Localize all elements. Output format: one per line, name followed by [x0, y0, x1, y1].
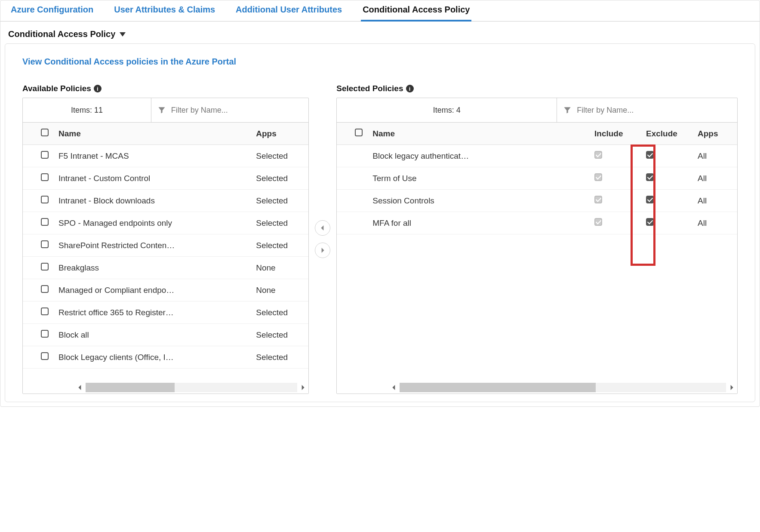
- row-name: Intranet - Block downloads: [55, 190, 252, 212]
- table-row[interactable]: Term of UseAll: [337, 167, 737, 190]
- include-checkbox[interactable]: [594, 218, 602, 226]
- row-apps: Selected: [252, 301, 308, 324]
- tab-conditional-access-policy[interactable]: Conditional Access Policy: [361, 0, 471, 22]
- row-checkbox[interactable]: [41, 330, 49, 338]
- table-row[interactable]: Session ControlsAll: [337, 190, 737, 212]
- filter-icon: [157, 105, 166, 115]
- row-checkbox[interactable]: [41, 196, 49, 203]
- view-in-azure-portal-link[interactable]: View Conditional Access policies in the …: [22, 57, 236, 66]
- available-filter-input[interactable]: [171, 106, 302, 115]
- row-name: Block all: [55, 324, 252, 346]
- row-apps: None: [252, 279, 308, 301]
- available-scroll[interactable]: F5 Intranet - MCASSelectedIntranet - Cus…: [23, 145, 308, 381]
- row-apps: None: [252, 257, 308, 279]
- row-name: SharePoint Restricted Conten…: [55, 234, 252, 257]
- scroll-left-icon[interactable]: [388, 382, 400, 393]
- row-checkbox[interactable]: [41, 352, 49, 360]
- table-row[interactable]: Intranet - Custom ControlSelected: [23, 167, 308, 190]
- include-checkbox[interactable]: [594, 151, 602, 159]
- row-name: SPO - Managed endpoints only: [55, 212, 252, 234]
- filter-icon: [563, 105, 572, 115]
- available-items-count: Items: 11: [23, 98, 151, 122]
- caret-down-icon: [120, 32, 126, 37]
- row-apps: Selected: [252, 346, 308, 369]
- table-row[interactable]: Managed or Compliant endpo…None: [23, 279, 308, 301]
- row-checkbox[interactable]: [41, 218, 49, 226]
- scroll-right-icon[interactable]: [726, 382, 737, 393]
- selected-filter[interactable]: [557, 98, 737, 122]
- selected-hscroll[interactable]: [337, 381, 737, 394]
- tab-azure-configuration[interactable]: Azure Configuration: [9, 0, 95, 21]
- row-name: Session Controls: [369, 190, 591, 212]
- table-row[interactable]: SharePoint Restricted Conten…Selected: [23, 234, 308, 257]
- row-checkbox[interactable]: [41, 285, 49, 293]
- available-title: Available Policies: [22, 84, 91, 93]
- section-dropdown[interactable]: Conditional Access Policy: [0, 22, 760, 43]
- row-apps: All: [694, 167, 737, 190]
- row-name: Breakglass: [55, 257, 252, 279]
- selected-header-apps: Apps: [694, 123, 737, 145]
- selected-select-all[interactable]: [355, 129, 363, 136]
- selected-header-name: Name: [369, 123, 591, 145]
- table-row[interactable]: Restrict office 365 to Register…Selected: [23, 301, 308, 324]
- scroll-right-icon[interactable]: [297, 382, 308, 393]
- available-hscroll[interactable]: [23, 381, 308, 394]
- info-icon[interactable]: i: [406, 85, 414, 92]
- table-row[interactable]: Block Legacy clients (Office, I…Selected: [23, 346, 308, 369]
- tab-user-attributes-claims[interactable]: User Attributes & Claims: [112, 0, 217, 21]
- row-apps: Selected: [252, 234, 308, 257]
- info-icon[interactable]: i: [94, 85, 102, 92]
- row-checkbox[interactable]: [41, 173, 49, 181]
- selected-filter-input[interactable]: [577, 106, 731, 115]
- row-checkbox[interactable]: [41, 308, 49, 315]
- tabs-bar: Azure Configuration User Attributes & Cl…: [0, 0, 760, 22]
- scroll-left-icon[interactable]: [74, 382, 86, 393]
- selected-title: Selected Policies: [336, 84, 403, 93]
- row-name: Term of Use: [369, 167, 591, 190]
- row-apps: Selected: [252, 145, 308, 167]
- row-apps: Selected: [252, 324, 308, 346]
- tab-additional-user-attributes[interactable]: Additional User Attributes: [234, 0, 344, 21]
- row-checkbox[interactable]: [41, 263, 49, 271]
- table-row[interactable]: F5 Intranet - MCASSelected: [23, 145, 308, 167]
- row-apps: All: [694, 190, 737, 212]
- row-name: Managed or Compliant endpo…: [55, 279, 252, 301]
- exclude-checkbox[interactable]: [646, 151, 654, 159]
- row-name: Block Legacy clients (Office, I…: [55, 346, 252, 369]
- available-filter[interactable]: [151, 98, 308, 122]
- exclude-checkbox[interactable]: [646, 218, 654, 226]
- table-row[interactable]: BreakglassNone: [23, 257, 308, 279]
- row-apps: Selected: [252, 167, 308, 190]
- row-checkbox[interactable]: [41, 240, 49, 248]
- workspace: View Conditional Access policies in the …: [5, 43, 755, 402]
- row-apps: All: [694, 212, 737, 234]
- available-panel: Available Policies i Items: 11: [22, 84, 309, 394]
- available-select-all[interactable]: [41, 129, 49, 136]
- row-name: Intranet - Custom Control: [55, 167, 252, 190]
- mover-controls: [312, 84, 333, 394]
- selected-header-include: Include: [591, 123, 643, 145]
- row-name: MFA for all: [369, 212, 591, 234]
- exclude-checkbox[interactable]: [646, 173, 654, 181]
- table-row[interactable]: SPO - Managed endpoints onlySelected: [23, 212, 308, 234]
- selected-scroll[interactable]: Block legacy authenticat…AllTerm of UseA…: [337, 145, 737, 381]
- table-row[interactable]: Block allSelected: [23, 324, 308, 346]
- row-name: Block legacy authenticat…: [369, 145, 591, 167]
- move-left-button[interactable]: [315, 220, 330, 236]
- table-row[interactable]: Block legacy authenticat…All: [337, 145, 737, 167]
- exclude-checkbox[interactable]: [646, 196, 654, 203]
- table-row[interactable]: Intranet - Block downloadsSelected: [23, 190, 308, 212]
- include-checkbox[interactable]: [594, 173, 602, 181]
- row-apps: Selected: [252, 212, 308, 234]
- row-checkbox[interactable]: [41, 151, 49, 159]
- move-right-button[interactable]: [315, 243, 330, 258]
- row-apps: All: [694, 145, 737, 167]
- row-apps: Selected: [252, 190, 308, 212]
- selected-panel: Selected Policies i Items: 4: [336, 84, 738, 394]
- row-name: Restrict office 365 to Register…: [55, 301, 252, 324]
- selected-items-count: Items: 4: [337, 98, 557, 122]
- include-checkbox[interactable]: [594, 196, 602, 203]
- table-row[interactable]: MFA for allAll: [337, 212, 737, 234]
- available-header-apps: Apps: [252, 123, 308, 145]
- available-header-name: Name: [55, 123, 252, 145]
